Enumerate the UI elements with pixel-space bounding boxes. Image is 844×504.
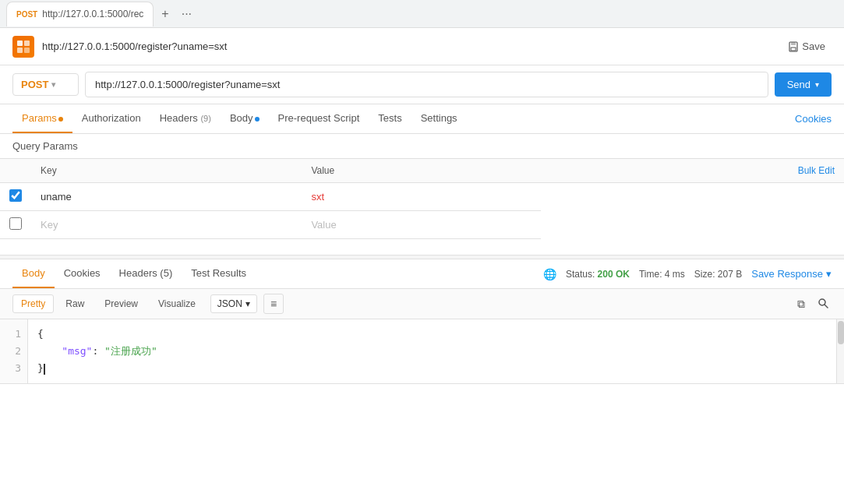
svg-rect-3 [24,48,30,53]
tab-more-button[interactable]: ··· [177,4,196,24]
tab-settings[interactable]: Settings [411,104,467,133]
json-label: JSON [217,298,242,309]
save-response-chevron: ▾ [826,268,832,280]
bulk-edit-btn[interactable]: Bulk Edit [541,159,844,183]
tab-pre-request[interactable]: Pre-request Script [269,104,369,133]
query-params-title: Query Params [0,134,844,158]
save-button[interactable]: Save [782,37,832,55]
app-logo [12,36,34,58]
method-label: POST [21,79,48,90]
send-chevron: ▾ [815,80,819,89]
globe-icon: 🌐 [543,268,556,280]
save-icon [788,41,799,52]
save-response-button[interactable]: Save Response ▾ [751,268,832,280]
tab-title: http://127.0.0.1:5000/rec [42,9,143,19]
time-label: Time: 4 ms [639,269,685,280]
app-header: http://127.0.0.1:5000/register?uname=sxt… [0,28,844,65]
table-row: uname sxt [0,183,844,211]
cookies-link[interactable]: Cookies [795,113,832,125]
json-format-select[interactable]: JSON ▾ [210,294,257,313]
format-raw-btn[interactable]: Raw [57,294,93,313]
row2-key[interactable]: Key [31,211,302,239]
method-chevron: ▾ [51,80,55,89]
method-select[interactable]: POST ▾ [12,73,79,96]
logo-icon [12,36,34,58]
col-checkbox [0,159,31,183]
format-visualize-btn[interactable]: Visualize [150,294,204,313]
search-button[interactable] [814,294,832,314]
svg-line-8 [825,305,828,308]
wrap-button[interactable]: ≡ [263,294,284,314]
header-url: http://127.0.0.1:5000/register?uname=sxt [42,41,782,52]
tab-authorization[interactable]: Authorization [72,104,150,133]
text-cursor [44,364,45,375]
row2-value[interactable]: Value [302,211,541,239]
request-tabs: Params Authorization Headers (9) Body Pr… [0,104,844,134]
row1-key[interactable]: uname [31,183,302,211]
row1-value[interactable]: sxt [302,183,541,211]
response-toolbar: Pretty Raw Preview Visualize JSON ▾ ≡ ⧉ [0,289,844,319]
size-value: 207 B [718,269,742,280]
tab-body[interactable]: Body [221,104,269,133]
svg-rect-1 [24,41,30,46]
search-icon [818,298,828,308]
scrollbar[interactable] [836,319,844,383]
col-value: Value [302,159,541,183]
code-content[interactable]: { "msg": "注册成功" } [28,319,836,383]
res-tab-cookies[interactable]: Cookies [55,259,110,288]
res-tab-body[interactable]: Body [12,259,55,288]
line-numbers: 1 2 3 [0,319,28,383]
response-tabs: Body Cookies Headers (5) Test Results 🌐 … [0,259,844,289]
save-label: Save [802,41,825,52]
send-label: Send [787,79,810,90]
response-meta: 🌐 Status: 200 OK Time: 4 ms Size: 207 B … [543,268,832,280]
res-tab-headers[interactable]: Headers (5) [110,259,182,288]
svg-rect-2 [17,48,23,53]
row2-checkbox[interactable] [9,217,22,230]
row1-checkbox-cell [0,183,31,211]
col-key: Key [31,159,302,183]
code-line-2: "msg": "注册成功" [37,343,827,360]
tab-method-badge: POST [16,10,37,19]
send-button[interactable]: Send ▾ [775,72,832,97]
url-input[interactable] [85,72,768,97]
browser-tab-bar: POST http://127.0.0.1:5000/rec + ··· [0,0,844,28]
save-response-label: Save Response [751,268,823,280]
time-value: 4 ms [665,269,685,280]
params-table: Key Value Bulk Edit uname sxt Key Value [0,158,844,239]
status-value: 200 OK [598,269,630,280]
svg-rect-6 [791,48,796,51]
new-tab-button[interactable]: + [157,4,173,24]
format-pretty-btn[interactable]: Pretty [12,294,54,313]
scrollbar-thumb [838,321,844,344]
code-line-3: } [37,360,827,377]
row1-checkbox[interactable] [9,189,22,202]
status-label: Status: 200 OK [566,269,630,280]
params-dot [58,117,63,122]
table-row: Key Value [0,211,844,239]
svg-rect-0 [17,41,23,46]
format-preview-btn[interactable]: Preview [96,294,147,313]
active-tab[interactable]: POST http://127.0.0.1:5000/rec [6,2,154,26]
json-body: 1 2 3 { "msg": "注册成功" } [0,319,844,384]
svg-rect-5 [791,42,796,45]
tab-headers[interactable]: Headers (9) [150,104,221,133]
row2-checkbox-cell [0,211,31,239]
copy-button[interactable]: ⧉ [794,294,808,314]
json-chevron: ▾ [245,298,250,309]
headers-badge: (9) [200,114,210,123]
size-label: Size: 207 B [694,269,742,280]
res-tab-test-results[interactable]: Test Results [182,259,256,288]
tab-tests[interactable]: Tests [369,104,411,133]
request-bar: POST ▾ Send ▾ [0,65,844,104]
body-dot [255,117,260,122]
code-line-1: { [37,326,827,343]
tab-params[interactable]: Params [12,104,72,133]
